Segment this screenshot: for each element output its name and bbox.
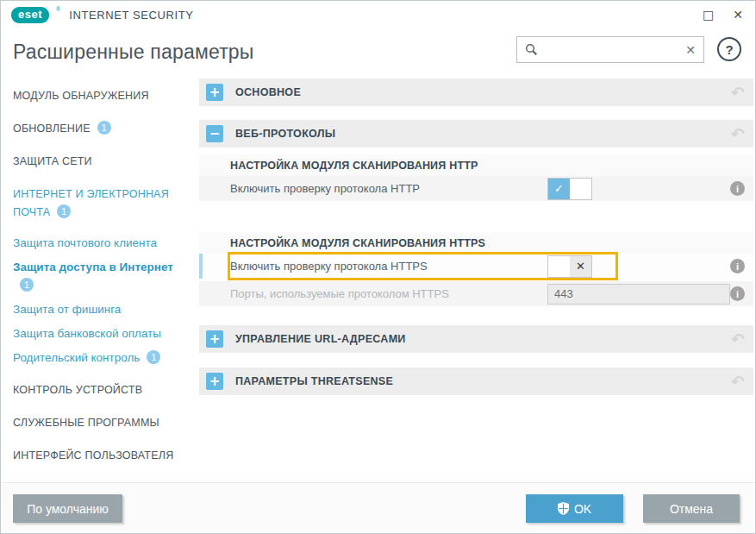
sidebar-item-label: ЗАЩИТА СЕТИ [13,155,92,167]
button-label: По умолчанию [27,502,109,516]
sidebar-item-user-interface[interactable]: ИНТЕРФЕЙС ПОЛЬЗОВАТЕЛЯ [13,447,187,465]
sidebar-item-web-and-email[interactable]: ИНТЕРНЕТ И ЭЛЕКТРОННАЯ ПОЧТА1 [13,185,187,222]
expand-plus-icon[interactable]: + [206,330,223,348]
http-scanner-group-title: НАСТРОЙКА МОДУЛЯ СКАНИРОВАНИЯ HTTP [199,154,753,176]
search-box[interactable]: ✕ [516,36,704,63]
search-clear-icon[interactable]: ✕ [685,43,696,57]
trademark-symbol: ® [56,6,60,12]
spacer [199,106,753,120]
section-title: ВЕБ-ПРОТОКОЛЫ [235,128,731,140]
brand: eset ® INTERNET SECURITY [11,7,194,23]
revert-icon[interactable]: ↶ [731,331,745,348]
section-web-protocols[interactable]: − ВЕБ-ПРОТОКОЛЫ ↶ [199,120,753,148]
info-icon[interactable]: i [730,259,745,273]
section-url-management[interactable]: + УПРАВЛЕНИЕ URL-АДРЕСАМИ ↶ [199,325,753,353]
sidebar-item-label: ИНТЕРФЕЙС ПОЛЬЗОВАТЕЛЯ [13,449,173,462]
toggle-empty-half [570,179,591,199]
group-title-text: НАСТРОЙКА МОДУЛЯ СКАНИРОВАНИЯ HTTPS [230,237,485,249]
sidebar-item-tools[interactable]: СЛУЖЕБНЫЕ ПРОГРАММЫ [13,414,187,432]
spacer [199,306,753,325]
sidebar-item-label: Защита банковской оплаты [13,327,161,340]
sidebar-item-parental-control[interactable]: Родительский контроль1 [13,349,187,367]
https-enable-toggle[interactable]: ✕ [547,255,592,278]
sidebar-item-banking-protection[interactable]: Защита банковской оплаты [13,324,187,342]
expand-plus-icon[interactable]: + [206,84,223,101]
header: Расширенные параметры ✕ ? [1,28,755,75]
notification-badge: 1 [20,278,34,292]
section-title: ПАРАМЕТРЫ THREATSENSE [235,375,731,387]
search-icon [525,43,538,56]
sidebar-item-label: Защита от фишинга [13,303,121,316]
body: МОДУЛЬ ОБНАРУЖЕНИЯ ОБНОВЛЕНИЕ1 ЗАЩИТА СЕ… [1,75,755,484]
button-label: Отмена [670,502,713,516]
cancel-button[interactable]: Отмена [643,494,740,523]
https-ports-label: Порты, используемые протоколом HTTPS [230,287,547,300]
notification-badge: 1 [147,350,160,364]
ok-button[interactable]: OK [526,494,623,523]
https-enable-label: Включить проверку протокола HTTPS [230,260,547,273]
sidebar-item-web-access-protection[interactable]: Защита доступа в Интернет1 [13,258,187,294]
product-name: INTERNET SECURITY [69,9,193,22]
info-icon[interactable]: i [730,286,745,301]
section-threatsense[interactable]: + ПАРАМЕТРЫ THREATSENSE ↶ [199,368,753,395]
default-button[interactable]: По умолчанию [13,494,122,523]
sidebar-item-label: Родительский контроль [13,351,140,364]
https-ports-input[interactable] [547,284,730,305]
revert-icon[interactable]: ↶ [731,374,745,390]
sidebar-item-detection-module[interactable]: МОДУЛЬ ОБНАРУЖЕНИЯ [13,87,187,105]
http-enable-row: Включить проверку протокола HTTP ✓ i [199,176,753,201]
section-basic[interactable]: + ОСНОВНОЕ ↶ [199,79,753,106]
https-enable-row: Включить проверку протокола HTTPS ✕ i [199,254,753,279]
toggle-empty-half [548,256,570,277]
spacer [199,353,753,368]
section-title: ОСНОВНОЕ [235,86,731,98]
sidebar-item-antiphishing[interactable]: Защита от фишинга [13,300,187,318]
sidebar-item-update[interactable]: ОБНОВЛЕНИЕ1 [13,120,187,138]
sidebar-item-network-protection[interactable]: ЗАЩИТА СЕТИ [13,153,187,171]
titlebar: eset ® INTERNET SECURITY □ ✕ [1,1,755,28]
sidebar-item-label: СЛУЖЕБНЫЕ ПРОГРАММЫ [13,417,159,429]
settings-content: + ОСНОВНОЕ ↶ − ВЕБ-ПРОТОКОЛЫ ↶ НАСТРОЙКА… [199,75,753,484]
close-icon[interactable]: ✕ [733,9,743,21]
toggle-check-icon: ✓ [548,179,570,199]
sidebar: МОДУЛЬ ОБНАРУЖЕНИЯ ОБНОВЛЕНИЕ1 ЗАЩИТА СЕ… [1,75,199,484]
modified-indicator-bar [199,254,203,279]
notification-badge: 1 [97,121,111,135]
eset-advanced-settings-window: eset ® INTERNET SECURITY □ ✕ Расширенные… [0,0,756,534]
sidebar-item-label: КОНТРОЛЬ УСТРОЙСТВ [13,384,142,396]
help-icon[interactable]: ? [717,37,741,61]
group-title-text: НАСТРОЙКА МОДУЛЯ СКАНИРОВАНИЯ HTTP [230,160,478,172]
collapse-minus-icon[interactable]: − [206,125,223,142]
section-title: УПРАВЛЕНИЕ URL-АДРЕСАМИ [235,333,731,345]
revert-icon[interactable]: ↶ [731,126,745,142]
sidebar-item-label: МОДУЛЬ ОБНАРУЖЕНИЯ [13,90,149,102]
notification-badge: 1 [57,204,71,218]
http-enable-toggle[interactable]: ✓ [547,178,592,200]
sidebar-item-label: Защита доступа в Интернет [13,261,173,273]
window-controls: □ ✕ [703,9,743,21]
eset-logo: eset [11,7,49,23]
http-enable-label: Включить проверку протокола HTTP [230,182,547,195]
revert-icon[interactable]: ↶ [731,85,745,101]
expand-plus-icon[interactable]: + [206,373,223,390]
page-title: Расширенные параметры [13,41,254,64]
sidebar-item-label: ИНТЕРНЕТ И ЭЛЕКТРОННАЯ ПОЧТА [13,188,169,218]
footer: По умолчанию OK Отмена [1,482,755,533]
spacer [199,201,753,232]
toggle-x-icon: ✕ [570,256,591,277]
search-input[interactable] [544,43,679,56]
info-icon[interactable]: i [730,181,745,196]
https-ports-row: Порты, используемые протоколом HTTPS i [199,281,753,306]
spacer [199,148,753,154]
sidebar-item-email-client-protection[interactable]: Защита почтового клиента [13,234,187,252]
button-label: OK [574,502,591,516]
maximize-icon[interactable]: □ [703,9,714,21]
https-scanner-group-title: НАСТРОЙКА МОДУЛЯ СКАНИРОВАНИЯ HTTPS [199,232,753,254]
sidebar-item-label: Защита почтового клиента [13,236,157,249]
sidebar-item-label: ОБНОВЛЕНИЕ [13,123,91,135]
sidebar-item-device-control[interactable]: КОНТРОЛЬ УСТРОЙСТВ [13,381,187,399]
shield-icon [558,502,569,515]
